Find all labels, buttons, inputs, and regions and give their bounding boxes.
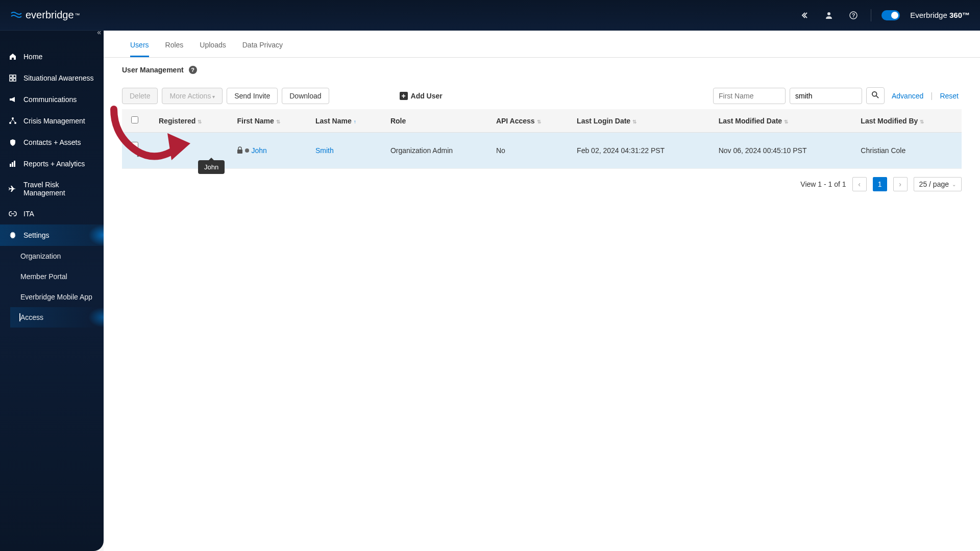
sidebar-item-crisis-management[interactable]: Crisis Management xyxy=(0,110,104,132)
tab-users[interactable]: Users xyxy=(122,31,157,57)
row-checkbox[interactable] xyxy=(131,142,138,149)
sidebar-subitem-label: Organization xyxy=(20,252,61,260)
page-size-select[interactable]: 25 / page ⌄ xyxy=(914,177,962,191)
send-invite-button[interactable]: Send Invite xyxy=(227,88,278,104)
sort-icon: ⇅ xyxy=(920,119,924,124)
row-checkbox-cell xyxy=(122,133,153,169)
next-page-button[interactable]: › xyxy=(893,177,908,191)
page-1-button[interactable]: 1 xyxy=(873,177,887,191)
user-icon[interactable] xyxy=(822,8,836,22)
sidebar-subitem-label: Everbridge Mobile App xyxy=(20,293,92,301)
header-last-modified-date[interactable]: Last Modified Date⇅ xyxy=(713,109,855,133)
cell-last-modified-by: Christian Cole xyxy=(854,133,962,169)
collapse-panel-icon[interactable] xyxy=(797,8,812,22)
delete-button[interactable]: Delete xyxy=(122,88,158,104)
view-count-text: View 1 - 1 of 1 xyxy=(800,180,846,188)
cell-last-name: Smith xyxy=(309,133,384,169)
prev-page-button[interactable]: ‹ xyxy=(852,177,867,191)
tab-data-privacy[interactable]: Data Privacy xyxy=(234,31,291,57)
svg-rect-11 xyxy=(12,162,13,167)
header-right: ? Everbridge 360™ xyxy=(797,8,970,22)
header-registered[interactable]: Registered⇅ xyxy=(153,109,231,133)
svg-rect-6 xyxy=(13,79,16,81)
header-last-modified-by[interactable]: Last Modified By⇅ xyxy=(854,109,962,133)
logo-text: everbridge xyxy=(26,9,74,21)
svg-point-13 xyxy=(872,92,877,96)
help-icon[interactable]: ? xyxy=(189,66,197,74)
last-name-link[interactable]: Smith xyxy=(315,146,334,155)
network-icon xyxy=(8,116,17,126)
sort-icon: ↑ xyxy=(354,119,356,124)
status-dot-icon xyxy=(245,148,249,153)
megaphone-icon xyxy=(8,95,17,104)
dashboard-icon xyxy=(8,73,17,83)
svg-rect-4 xyxy=(13,75,16,78)
download-button[interactable]: Download xyxy=(282,88,329,104)
header-first-name[interactable]: First Name⇅ xyxy=(231,109,309,133)
svg-rect-14 xyxy=(237,149,242,154)
sidebar-item-situational-awareness[interactable]: Situational Awareness xyxy=(0,67,104,89)
sidebar-item-label: Communications xyxy=(23,95,77,104)
sidebar-subitem-organization[interactable]: Organization xyxy=(10,246,104,266)
header-divider xyxy=(871,9,871,21)
plane-icon xyxy=(8,184,17,193)
table-wrap: Registered⇅ First Name⇅ Last Name↑ Role … xyxy=(104,109,980,169)
toggle-switch[interactable] xyxy=(881,10,900,20)
sidebar-item-ita[interactable]: ITA xyxy=(0,203,104,224)
cell-last-login: Feb 02, 2024 04:31:22 PST xyxy=(571,133,713,169)
sidebar-subitem-label: Access xyxy=(20,313,43,321)
sidebar-item-label: Travel Risk Management xyxy=(23,181,95,197)
chart-icon xyxy=(8,159,17,168)
header-checkbox[interactable] xyxy=(122,109,153,133)
pagination: View 1 - 1 of 1 ‹ 1 › 25 / page ⌄ xyxy=(104,169,980,199)
sidebar-item-home[interactable]: Home xyxy=(0,46,104,67)
first-name-link[interactable]: John xyxy=(251,146,266,155)
header-api-access[interactable]: API Access⇅ xyxy=(490,109,571,133)
sidebar-item-settings[interactable]: Settings xyxy=(0,224,104,246)
header-last-login[interactable]: Last Login Date⇅ xyxy=(571,109,713,133)
sidebar-item-contacts-assets[interactable]: Contacts + Assets xyxy=(0,132,104,153)
sidebar-collapse-icon[interactable]: « xyxy=(97,31,101,36)
tooltip: John xyxy=(198,160,225,174)
help-icon[interactable]: ? xyxy=(846,8,861,22)
sidebar-subitem-mobile-app[interactable]: Everbridge Mobile App xyxy=(10,287,104,307)
edit-icon[interactable] xyxy=(136,151,143,159)
first-name-input[interactable] xyxy=(713,88,786,104)
add-user-label: Add User xyxy=(411,92,443,100)
chevron-down-icon: ⌄ xyxy=(952,182,956,187)
main-content: Users Roles Uploads Data Privacy User Ma… xyxy=(104,31,980,551)
everbridge-logo-icon xyxy=(10,9,22,21)
cell-role: Organization Admin xyxy=(384,133,490,169)
sidebar-subitem-member-portal[interactable]: Member Portal xyxy=(10,266,104,287)
gear-icon xyxy=(8,231,17,240)
add-user-button[interactable]: + Add User xyxy=(400,92,443,100)
plus-icon: + xyxy=(400,92,408,100)
svg-rect-12 xyxy=(14,161,15,167)
sidebar-item-travel-risk[interactable]: Travel Risk Management xyxy=(0,174,104,203)
tab-roles[interactable]: Roles xyxy=(157,31,192,57)
brand-text: Everbridge 360™ xyxy=(910,11,970,19)
search-button[interactable] xyxy=(866,87,885,104)
svg-rect-5 xyxy=(10,79,12,81)
svg-point-7 xyxy=(12,117,14,119)
svg-rect-3 xyxy=(10,75,12,78)
header-role[interactable]: Role xyxy=(384,109,490,133)
sidebar-subitem-label: Member Portal xyxy=(20,272,67,281)
last-name-input[interactable] xyxy=(790,88,862,104)
table-row[interactable]: John Smith Organization Admin No Feb 02,… xyxy=(122,133,962,169)
reset-link[interactable]: Reset xyxy=(937,92,962,100)
header-last-name[interactable]: Last Name↑ xyxy=(309,109,384,133)
toolbar: Delete More Actions Send Invite Download… xyxy=(104,82,980,109)
users-table: Registered⇅ First Name⇅ Last Name↑ Role … xyxy=(122,109,962,169)
logo[interactable]: everbridge ™ xyxy=(10,9,80,21)
more-actions-button[interactable]: More Actions xyxy=(162,88,223,104)
sidebar-item-communications[interactable]: Communications xyxy=(0,89,104,110)
link-icon xyxy=(8,209,17,218)
sidebar: « Home Situational Awareness Communicati… xyxy=(0,31,104,551)
tab-uploads[interactable]: Uploads xyxy=(191,31,234,57)
shield-icon xyxy=(8,138,17,147)
sidebar-item-reports-analytics[interactable]: Reports + Analytics xyxy=(0,153,104,174)
sidebar-item-label: Settings xyxy=(23,231,50,239)
sidebar-subitem-access[interactable]: Access xyxy=(10,307,104,328)
advanced-link[interactable]: Advanced xyxy=(889,92,926,100)
